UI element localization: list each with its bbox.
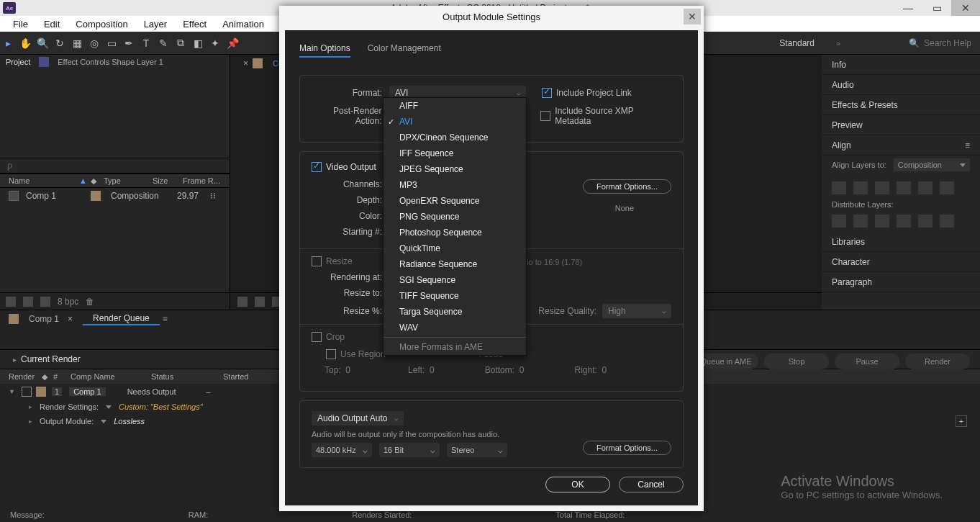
format-option-tiff[interactable]: TIFF Sequence bbox=[384, 288, 526, 304]
flowchart-icon[interactable]: ⁝⁝ bbox=[210, 191, 216, 201]
panel-menu-icon[interactable]: ≡ bbox=[163, 314, 168, 324]
output-module-value[interactable]: Lossless bbox=[114, 417, 145, 426]
format-option-avi[interactable]: AVI bbox=[384, 114, 526, 130]
rotate-tool-icon[interactable]: ↻ bbox=[52, 35, 68, 51]
project-tab[interactable]: Project bbox=[6, 58, 30, 66]
selection-tool-icon[interactable]: ▸ bbox=[0, 35, 16, 51]
use-region-checkbox[interactable] bbox=[326, 349, 336, 359]
cancel-button[interactable]: Cancel bbox=[619, 477, 684, 492]
mag-icon[interactable] bbox=[237, 297, 248, 307]
panel-character[interactable]: Character bbox=[832, 257, 870, 267]
dialog-close-button[interactable]: ✕ bbox=[684, 9, 701, 24]
render-button[interactable]: Render bbox=[905, 354, 970, 369]
format-option-png[interactable]: PNG Sequence bbox=[384, 209, 526, 225]
sort-icon[interactable]: ▲ bbox=[79, 176, 89, 185]
format-option-targa[interactable]: Targa Sequence bbox=[384, 304, 526, 320]
pen-tool-icon[interactable]: ✒ bbox=[121, 35, 137, 51]
render-settings-value[interactable]: Custom: "Best Settings" bbox=[119, 402, 203, 411]
video-output-checkbox[interactable] bbox=[312, 162, 322, 172]
res-icon[interactable] bbox=[255, 297, 265, 307]
format-options-button[interactable]: Format Options... bbox=[583, 179, 671, 194]
format-option-mp3[interactable]: MP3 bbox=[384, 177, 526, 193]
col-name[interactable]: Name bbox=[9, 176, 78, 185]
stop-button[interactable]: Stop bbox=[764, 354, 829, 369]
col-size[interactable]: Size bbox=[153, 176, 181, 185]
crop-top-value[interactable]: 0 bbox=[345, 365, 350, 375]
interp-icon[interactable] bbox=[6, 297, 16, 307]
folder-icon[interactable] bbox=[23, 297, 33, 307]
type-tool-icon[interactable]: T bbox=[138, 35, 154, 51]
audio-output-dropdown[interactable]: Audio Output Auto⌵ bbox=[312, 411, 404, 426]
format-option-sgi[interactable]: SGI Sequence bbox=[384, 272, 526, 288]
dist-left-icon[interactable] bbox=[897, 215, 911, 228]
format-option-openexr[interactable]: OpenEXR Sequence bbox=[384, 193, 526, 209]
include-xmp-checkbox[interactable] bbox=[540, 111, 550, 121]
format-option-wav[interactable]: WAV bbox=[384, 320, 526, 336]
zoom-tool-icon[interactable]: 🔍 bbox=[35, 35, 50, 51]
menu-file[interactable]: File bbox=[6, 17, 35, 31]
twirl-icon[interactable]: ▼ bbox=[9, 388, 17, 395]
format-option-dpx[interactable]: DPX/Cineon Sequence bbox=[384, 130, 526, 145]
col-type[interactable]: Type bbox=[104, 176, 151, 185]
menu-edit[interactable]: Edit bbox=[37, 17, 67, 31]
hand-tool-icon[interactable]: ✋ bbox=[17, 35, 33, 51]
ok-button[interactable]: OK bbox=[545, 477, 610, 492]
menu-animation[interactable]: Animation bbox=[215, 17, 271, 31]
project-item-row[interactable]: Comp 1 Composition 29.97 ⁝⁝ bbox=[0, 188, 230, 204]
clone-tool-icon[interactable]: ⧉ bbox=[173, 35, 189, 51]
brush-tool-icon[interactable]: ✎ bbox=[155, 35, 171, 51]
col-framerate[interactable]: Frame R... bbox=[183, 176, 220, 185]
tab-main-options[interactable]: Main Options bbox=[299, 43, 350, 58]
tab-comp1[interactable]: Comp 1 bbox=[19, 313, 83, 325]
chevron-down-icon[interactable] bbox=[106, 405, 112, 409]
format-option-iff[interactable]: IFF Sequence bbox=[384, 145, 526, 161]
align-target-dropdown[interactable]: Composition bbox=[894, 158, 970, 171]
render-checkbox[interactable] bbox=[22, 387, 32, 397]
include-project-link-checkbox[interactable] bbox=[542, 88, 552, 98]
tab-close-icon[interactable]: × bbox=[243, 58, 248, 68]
roto-tool-icon[interactable]: ✦ bbox=[207, 35, 223, 51]
crop-checkbox[interactable] bbox=[312, 332, 322, 342]
dist-top-icon[interactable] bbox=[832, 215, 846, 228]
project-search[interactable]: ρ bbox=[0, 158, 230, 174]
effect-controls-tab[interactable]: Effect Controls Shape Layer 1 bbox=[58, 58, 163, 66]
new-comp-icon[interactable] bbox=[40, 297, 50, 307]
dist-right-icon[interactable] bbox=[940, 215, 954, 228]
pause-button[interactable]: Pause bbox=[835, 354, 899, 369]
align-right-icon[interactable] bbox=[875, 181, 889, 194]
minimize-button[interactable]: — bbox=[894, 0, 922, 16]
audio-bit-dropdown[interactable]: 16 Bit⌵ bbox=[379, 443, 440, 457]
panel-info[interactable]: Info bbox=[832, 60, 846, 70]
panel-audio[interactable]: Audio bbox=[832, 80, 854, 90]
tab-render-queue[interactable]: Render Queue bbox=[83, 312, 160, 325]
menu-composition[interactable]: Composition bbox=[68, 17, 135, 31]
puppet-tool-icon[interactable]: 📌 bbox=[224, 35, 240, 51]
format-option-quicktime[interactable]: QuickTime bbox=[384, 240, 526, 256]
shape-tool-icon[interactable]: ▭ bbox=[104, 35, 119, 51]
panel-preview[interactable]: Preview bbox=[832, 120, 863, 130]
format-option-radiance[interactable]: Radiance Sequence bbox=[384, 256, 526, 272]
crop-left-value[interactable]: 0 bbox=[430, 365, 435, 375]
search-help[interactable]: 🔍 Search Help bbox=[909, 38, 971, 48]
align-bottom-icon[interactable] bbox=[940, 181, 954, 194]
resize-quality-dropdown[interactable]: High⌵ bbox=[602, 304, 671, 318]
resize-checkbox[interactable] bbox=[312, 256, 322, 266]
eraser-tool-icon[interactable]: ◧ bbox=[190, 35, 206, 51]
dist-bottom-icon[interactable] bbox=[875, 215, 889, 228]
tab-color-management[interactable]: Color Management bbox=[368, 43, 441, 58]
align-vcenter-icon[interactable] bbox=[918, 181, 933, 194]
dist-hcenter-icon[interactable] bbox=[918, 215, 933, 228]
align-top-icon[interactable] bbox=[897, 181, 911, 194]
format-option-jpeg[interactable]: JPEG Sequence bbox=[384, 161, 526, 177]
audio-rate-dropdown[interactable]: 48.000 kHz⌵ bbox=[312, 443, 372, 457]
camera-tool-icon[interactable]: ▦ bbox=[69, 35, 85, 51]
chevron-down-icon[interactable] bbox=[101, 420, 106, 423]
trash-icon[interactable]: 🗑 bbox=[86, 297, 94, 307]
format-dropdown-list[interactable]: AIFF AVI DPX/Cineon Sequence IFF Sequenc… bbox=[383, 97, 527, 356]
add-output-button[interactable]: + bbox=[956, 415, 967, 427]
panel-effects-presets[interactable]: Effects & Presets bbox=[832, 100, 898, 110]
bpc-toggle[interactable]: 8 bpc bbox=[58, 297, 78, 307]
audio-channels-dropdown[interactable]: Stereo⌵ bbox=[447, 443, 507, 457]
workspace-chevron-icon[interactable]: » bbox=[836, 39, 840, 48]
panel-menu-icon[interactable]: ≡ bbox=[965, 140, 970, 150]
